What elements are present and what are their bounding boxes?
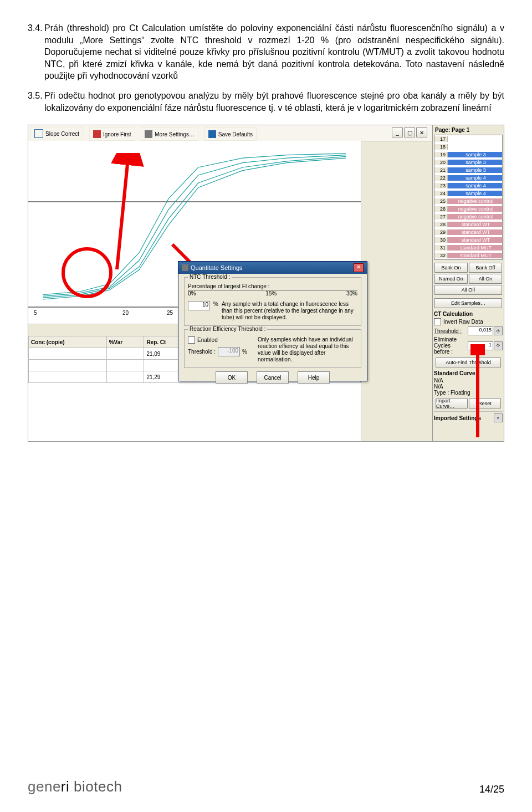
ntc-threshold-group: NTC Threshold : Percentage of largest Fl… xyxy=(184,277,361,326)
dialog-titlebar: Quantitate Settings ✕ xyxy=(178,262,367,274)
quantitate-settings-dialog: Quantitate Settings ✕ NTC Threshold : Pe… xyxy=(178,261,367,381)
standard-curve-title: Standard Curve xyxy=(434,370,503,376)
close-button[interactable]: ✕ xyxy=(416,127,427,137)
svg-text:5: 5 xyxy=(34,310,37,316)
import-curve-button[interactable]: Import Curve… xyxy=(436,399,468,408)
dialog-title: Quantitate Settings xyxy=(191,264,243,271)
sample-row[interactable]: 23sample 4 xyxy=(434,182,502,190)
page-number: 14/25 xyxy=(479,784,504,795)
right-sidebar: Page: Page 1 171819sample 320sample 321s… xyxy=(432,125,504,441)
sample-row[interactable]: 31standard MUT xyxy=(434,244,502,252)
all-on-button[interactable]: All On xyxy=(469,274,502,284)
ntc-scale: 0% 15% 30% xyxy=(188,290,357,299)
slope-correct-button[interactable]: Slope Correct xyxy=(30,127,83,140)
minimize-button[interactable]: _ xyxy=(392,127,403,137)
arrow-to-threshold-icon xyxy=(470,344,485,438)
named-on-button[interactable]: Named On xyxy=(434,274,468,284)
sample-row[interactable]: 18 xyxy=(434,143,502,151)
sample-row[interactable]: 24sample 4 xyxy=(434,190,502,197)
sample-list[interactable]: 171819sample 320sample 321sample 322samp… xyxy=(434,135,503,260)
invert-raw-checkbox[interactable] xyxy=(434,318,441,325)
sample-row[interactable]: 19sample 3 xyxy=(434,151,502,159)
sample-row[interactable]: 28standard WT xyxy=(434,221,502,228)
paragraph-3-5: 3.5. Při odečtu hodnot pro genotypovou a… xyxy=(28,90,504,114)
dialog-icon xyxy=(182,264,188,271)
settings-icon xyxy=(145,130,152,138)
dialog-close-button[interactable]: ✕ xyxy=(354,263,364,272)
paragraph-3-4: 3.4. Práh (threshold) pro Ct Calculation… xyxy=(28,22,504,82)
app-screenshot: _ ▢ ✕ Slope Correct Ignore First More Se… xyxy=(28,125,504,442)
ct-calculation-title: CT Calculation xyxy=(434,311,503,317)
save-defaults-button[interactable]: Save Defaults xyxy=(204,127,257,141)
dialog-cancel-button[interactable]: Cancel xyxy=(257,371,289,384)
brand-logo: generi biotech xyxy=(28,778,122,795)
all-off-button[interactable]: All Off xyxy=(434,285,502,295)
page-label: Page: Page 1 xyxy=(433,125,504,135)
sample-row[interactable]: 22sample 4 xyxy=(434,174,502,182)
efficiency-threshold-group: Reaction Efficiency Threshold : Enabled … xyxy=(184,329,361,368)
sample-row[interactable]: 21sample 3 xyxy=(434,166,502,174)
ignore-first-button[interactable]: Ignore First xyxy=(89,127,135,141)
edit-samples-button[interactable]: Edit Samples… xyxy=(434,298,502,308)
maximize-button[interactable]: ▢ xyxy=(404,127,415,137)
checkbox-icon xyxy=(34,129,43,138)
threshold-input[interactable]: 0,015 xyxy=(468,326,493,335)
toolbar: Slope Correct Ignore First More Settings… xyxy=(28,125,432,141)
bank-off-button[interactable]: Bank Off xyxy=(469,263,502,273)
auto-find-threshold-button[interactable]: Auto-Find Threshold xyxy=(436,358,501,367)
para-text: Práh (threshold) pro Ct Calculation umís… xyxy=(44,22,504,82)
save-icon xyxy=(208,130,216,138)
dialog-ok-button[interactable]: OK xyxy=(216,371,248,384)
para-text: Při odečtu hodnot pro genotypovou analýz… xyxy=(44,90,504,114)
sample-row[interactable]: 27negative control xyxy=(434,213,502,221)
flag-icon xyxy=(93,130,101,138)
sample-row[interactable]: 32standard MUT xyxy=(434,252,502,259)
eff-threshold-input[interactable]: -100 xyxy=(218,347,240,356)
para-number: 3.4. xyxy=(28,22,44,82)
table-header: %Var xyxy=(106,336,144,348)
sample-row[interactable]: 25negative control xyxy=(434,197,502,205)
eliminate-pick-icon[interactable]: ⯑ xyxy=(494,341,503,350)
bank-on-button[interactable]: Bank On xyxy=(434,263,468,273)
enabled-checkbox[interactable] xyxy=(188,336,195,344)
sample-row[interactable]: 29standard WT xyxy=(434,228,502,236)
sample-row[interactable]: 26negative control xyxy=(434,205,502,213)
table-header: Conc (copie) xyxy=(29,336,107,348)
ntc-value-input[interactable]: 10 xyxy=(188,301,210,310)
page-footer: generi biotech 14/25 xyxy=(28,778,504,795)
dialog-help-button[interactable]: Help xyxy=(298,371,330,384)
expand-icon[interactable]: » xyxy=(494,413,503,422)
svg-line-8 xyxy=(117,159,128,269)
window-buttons: _ ▢ ✕ xyxy=(392,127,427,137)
highlight-circle-icon xyxy=(62,247,112,298)
sample-row[interactable]: 30standard WT xyxy=(434,236,502,244)
sample-row[interactable]: 17 xyxy=(434,135,502,143)
more-settings-button[interactable]: More Settings… xyxy=(141,127,198,141)
threshold-pick-icon[interactable]: ⯑ xyxy=(494,326,503,335)
svg-text:20: 20 xyxy=(122,310,129,316)
sample-row[interactable]: 20sample 3 xyxy=(434,159,502,166)
para-number: 3.5. xyxy=(28,90,44,114)
